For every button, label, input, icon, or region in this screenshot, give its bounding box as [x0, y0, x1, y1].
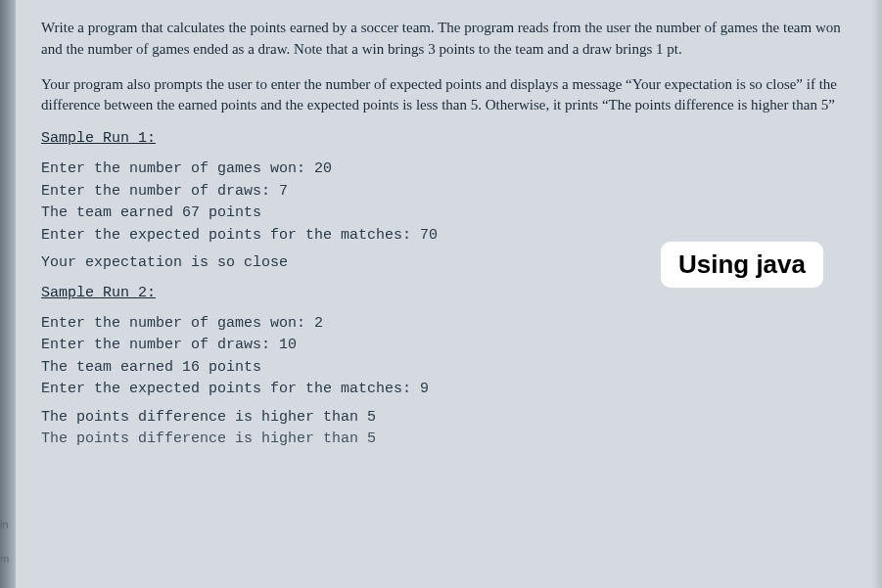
sample-line: The team earned 16 points [41, 357, 843, 380]
side-marker-m: m [0, 553, 9, 565]
sample-run-2-block: Enter the number of games won: 2 Enter t… [41, 313, 843, 451]
document-page: Write a program that calculates the poin… [0, 0, 882, 588]
side-marker-in: in [0, 519, 9, 530]
sample-result-duplicate: The points difference is higher than 5 [41, 429, 843, 451]
sample-line: The team earned 67 points [41, 203, 843, 225]
sample-run-1-heading: Sample Run 1: [41, 130, 843, 147]
problem-paragraph-2: Your program also prompts the user to en… [41, 74, 843, 117]
sample-result: The points difference is higher than 5 [41, 407, 843, 430]
problem-paragraph-1: Write a program that calculates the poin… [41, 18, 843, 61]
sample-line: Enter the number of games won: 2 [41, 313, 843, 336]
sample-line: Enter the number of games won: 20 [41, 158, 843, 181]
language-badge: Using java [661, 242, 823, 288]
sample-line: Enter the number of draws: 10 [41, 335, 843, 357]
sample-line: Enter the number of draws: 7 [41, 181, 843, 204]
sample-line: Enter the expected points for the matche… [41, 379, 843, 401]
